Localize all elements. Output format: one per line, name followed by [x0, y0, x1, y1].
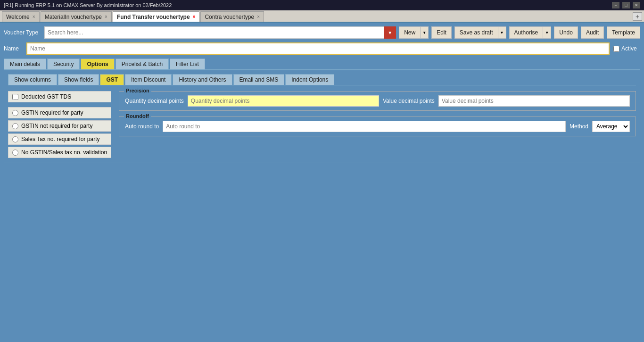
tab-filter-list[interactable]: Filter List	[170, 58, 205, 69]
radio-sales-tax-required-input[interactable]	[12, 136, 18, 142]
close-button[interactable]: ✕	[633, 2, 640, 8]
edit-button[interactable]: Edit	[431, 26, 452, 39]
content-panel: Show columns Show fields GST Item Discou…	[4, 70, 640, 162]
name-input[interactable]	[26, 42, 610, 55]
val-decimal-input[interactable]	[438, 95, 630, 107]
auto-round-label: Auto round to	[125, 123, 159, 130]
minimize-button[interactable]: −	[612, 2, 619, 8]
radio-gstin-not-required-input[interactable]	[12, 123, 18, 129]
authorise-button-group: Authorise ▼	[509, 26, 552, 39]
tab-main-details[interactable]: Main details	[4, 58, 46, 69]
right-panel: Precision Quantity decimal points Value …	[119, 91, 636, 158]
tab-close-contra[interactable]: ×	[257, 14, 260, 19]
maximize-button[interactable]: □	[622, 2, 630, 8]
tab-bar: Welcome × MaterialIn vouchertype × Fund …	[0, 10, 644, 23]
radio-no-gstin-validation[interactable]: No GSTIN/Sales tax no. validation	[8, 147, 111, 158]
save-draft-button[interactable]: Save as draft	[454, 26, 498, 39]
sub-tabs: Show columns Show fields GST Item Discou…	[8, 74, 636, 85]
left-panel: Deducted GST TDS GSTIN required for part…	[8, 91, 111, 158]
new-dropdown-button[interactable]: ▼	[420, 26, 429, 39]
name-row: Name Active	[4, 42, 640, 55]
active-label: Active	[621, 45, 640, 52]
template-button[interactable]: Template	[607, 26, 640, 39]
tab-close-fundtransfer[interactable]: ×	[193, 14, 196, 19]
tab-options[interactable]: Options	[81, 58, 114, 69]
roundoff-group-title: Roundoff	[124, 113, 151, 119]
tab-welcome[interactable]: Welcome ×	[2, 11, 40, 22]
tab-close-materialin[interactable]: ×	[105, 14, 107, 19]
save-draft-button-group: Save as draft ▼	[454, 26, 506, 39]
add-tab-button[interactable]: +	[633, 12, 642, 21]
authorise-button[interactable]: Authorise	[509, 26, 543, 39]
gstin-radio-group: GSTIN required for party GSTIN not requi…	[8, 107, 111, 158]
toolbar: Voucher Type ▼ New ▼ Edit Save as draft …	[4, 26, 640, 39]
precision-group: Precision Quantity decimal points Value …	[119, 91, 636, 111]
title-bar: [R1] Running ERP 5.1 on CMAX Server By a…	[0, 0, 644, 10]
auto-round-input[interactable]	[163, 121, 566, 132]
radio-no-gstin-validation-input[interactable]	[12, 150, 18, 156]
val-decimal-label: Value decimal points	[383, 98, 435, 104]
main-tabs: Main details Security Options Pricelist …	[4, 58, 640, 70]
subtab-show-fields[interactable]: Show fields	[58, 74, 99, 85]
undo-button[interactable]: Undo	[554, 26, 578, 39]
tab-security[interactable]: Security	[47, 58, 80, 69]
save-draft-dropdown-button[interactable]: ▼	[498, 26, 506, 39]
tab-close-welcome[interactable]: ×	[33, 14, 35, 19]
search-container: ▼	[44, 26, 396, 39]
new-button-group: New ▼	[399, 26, 429, 39]
precision-row: Quantity decimal points Value decimal po…	[125, 95, 630, 107]
deducted-gst-tds-label: Deducted GST TDS	[21, 93, 71, 100]
method-select[interactable]: Average Up Down	[592, 121, 630, 132]
subtab-indent-options[interactable]: Indent Options	[285, 74, 334, 85]
audit-button[interactable]: Audit	[581, 26, 604, 39]
window-title: [R1] Running ERP 5.1 on CMAX Server By a…	[4, 2, 172, 8]
radio-sales-tax-required[interactable]: Sales Tax no. required for party	[8, 133, 111, 145]
voucher-type-label: Voucher Type	[4, 29, 41, 36]
subtab-email-sms[interactable]: Email and SMS	[233, 74, 285, 85]
tab-materialin[interactable]: MaterialIn vouchertype ×	[41, 11, 112, 22]
radio-gstin-required-input[interactable]	[12, 110, 18, 116]
tab-contra[interactable]: Contra vouchertype ×	[200, 11, 264, 22]
window-controls: − □ ✕	[612, 2, 640, 8]
search-input[interactable]	[44, 26, 396, 39]
radio-gstin-required[interactable]: GSTIN required for party	[8, 107, 111, 118]
radio-gstin-not-required[interactable]: GSTIN not required for party	[8, 120, 111, 132]
deducted-gst-tds-item[interactable]: Deducted GST TDS	[8, 91, 111, 102]
active-checkbox[interactable]	[613, 46, 619, 52]
subtab-show-columns[interactable]: Show columns	[8, 74, 57, 85]
qty-decimal-label: Quantity decimal points	[125, 98, 184, 104]
search-dropdown-button[interactable]: ▼	[384, 26, 396, 39]
method-label: Method	[570, 123, 588, 130]
content-body: Deducted GST TDS GSTIN required for part…	[8, 91, 636, 158]
roundoff-group: Roundoff Auto round to Method Average Up…	[119, 117, 636, 136]
roundoff-row: Auto round to Method Average Up Down	[125, 121, 630, 132]
precision-group-title: Precision	[124, 88, 151, 93]
main-content: Voucher Type ▼ New ▼ Edit Save as draft …	[0, 23, 644, 342]
subtab-history-others[interactable]: History and Others	[173, 74, 232, 85]
qty-decimal-input[interactable]	[188, 95, 379, 107]
tab-pricelist[interactable]: Pricelist & Batch	[116, 58, 169, 69]
name-label: Name	[4, 45, 23, 52]
deducted-gst-tds-checkbox[interactable]	[12, 94, 18, 100]
subtab-gst[interactable]: GST	[100, 74, 124, 85]
new-button[interactable]: New	[399, 26, 420, 39]
tab-fundtransfer[interactable]: Fund Transfer vouchertype ×	[113, 11, 200, 22]
authorise-dropdown-button[interactable]: ▼	[543, 26, 551, 39]
subtab-item-discount[interactable]: Item Discount	[125, 74, 172, 85]
active-container: Active	[613, 45, 640, 52]
